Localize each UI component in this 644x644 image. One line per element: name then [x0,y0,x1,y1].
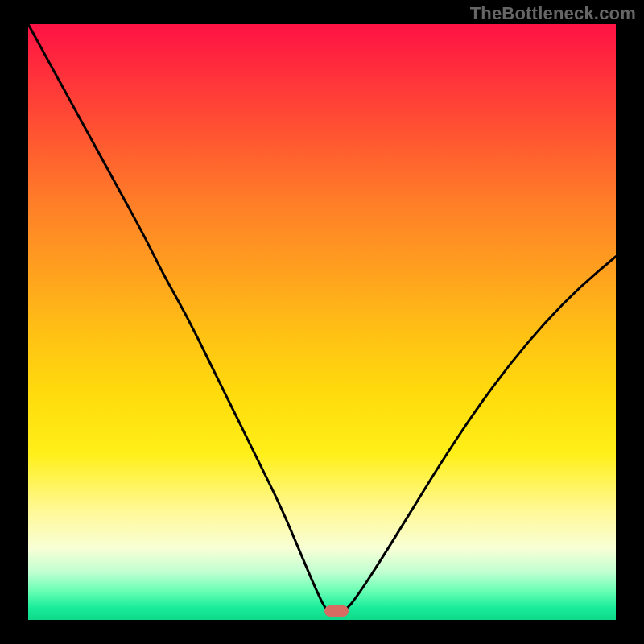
curve-svg [28,24,616,620]
bottleneck-curve [28,24,616,613]
chart-frame: TheBottleneck.com [0,0,644,644]
plot-area [28,24,616,620]
optimal-marker [324,605,349,617]
watermark-text: TheBottleneck.com [470,3,636,24]
